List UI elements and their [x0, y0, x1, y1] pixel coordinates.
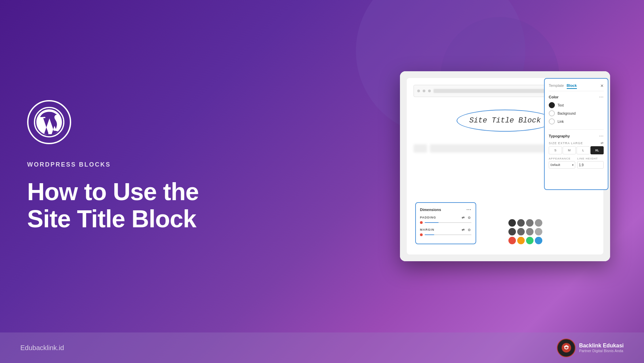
size-btn-xl[interactable]: XL — [590, 146, 604, 154]
margin-dot — [420, 233, 423, 236]
site-title-ellipse: Site Title Block — [457, 110, 553, 132]
color-dot-5 — [508, 228, 516, 235]
color-dot-12 — [535, 237, 542, 244]
main-container: WORDPRESS BLOCKS How to Use the Site Tit… — [0, 0, 644, 363]
margin-row: MARGIN ⇄ ⊙ — [420, 227, 471, 236]
tab-block[interactable]: Block — [567, 83, 577, 89]
category-label: WORDPRESS BLOCKS — [27, 161, 224, 168]
color-dot-11 — [526, 237, 534, 244]
appearance-chevron-icon: ▾ — [572, 164, 573, 167]
line-height-label: LINE HEIGHT — [577, 157, 604, 160]
svg-point-1 — [562, 343, 571, 352]
typography-section: Typography ··· SIZE EXTRA LARGE ⇄ S M L — [549, 134, 604, 169]
line-height-value: 1.9 — [579, 163, 584, 167]
padding-slider-fill — [425, 222, 439, 223]
color-three-dots-icon: ··· — [599, 95, 604, 99]
blur-cell-1 — [414, 144, 427, 153]
editor-area: Site Title Block Dimensions — [400, 71, 610, 261]
link-color-swatch — [549, 118, 555, 125]
margin-slider-fill — [425, 234, 434, 235]
color-dot-3 — [526, 219, 534, 227]
screenshot-card: Site Title Block Dimensions — [400, 71, 610, 261]
color-dot-1 — [508, 219, 516, 227]
size-btn-l[interactable]: L — [577, 146, 590, 154]
text-color-label: Text — [558, 103, 564, 107]
size-settings-icon: ⇄ — [601, 141, 604, 145]
appearance-label: APPEARANCE — [549, 157, 575, 160]
dim-title: Dimensions ··· — [420, 207, 471, 212]
tab-group: Template Block — [549, 83, 577, 89]
content-area: WORDPRESS BLOCKS How to Use the Site Tit… — [0, 0, 644, 332]
size-btn-s[interactable]: S — [549, 146, 562, 154]
panel-divider-1 — [549, 129, 604, 130]
site-title-text: Site Title Block — [469, 116, 541, 125]
size-label: SIZE EXTRA LARGE ⇄ — [549, 141, 604, 145]
toolbar-dot-2 — [423, 90, 425, 92]
background-color-swatch — [549, 110, 555, 116]
background-color-option[interactable]: Background — [549, 110, 604, 116]
padding-icons: ⇄ ⊙ — [461, 215, 471, 220]
color-dot-6 — [517, 228, 525, 235]
dim-three-dots-icon: ··· — [466, 207, 471, 212]
toolbar-dot-3 — [428, 90, 431, 92]
color-dot-7 — [526, 228, 534, 235]
backlink-logo: Backlink Edukasi Partner Digital Bisnis … — [557, 339, 624, 357]
footer-bar: Edubacklink.id Backlink Edukasi Partner … — [0, 332, 644, 363]
wordpress-icon — [34, 107, 64, 137]
appearance-select[interactable]: Default ▾ — [549, 161, 575, 169]
toolbar-dot-1 — [417, 90, 420, 92]
backlink-text: Backlink Edukasi Partner Digital Bisnis … — [579, 343, 624, 353]
color-dot-4 — [535, 219, 542, 227]
padding-slider-container — [420, 221, 471, 224]
padding-dot — [420, 221, 423, 224]
wp-logo — [27, 100, 71, 144]
color-dot-9 — [508, 237, 516, 244]
footer-url: Edubacklink.id — [20, 344, 64, 352]
main-title: How to Use the Site Title Block — [27, 178, 224, 232]
backlink-brand-name: Backlink Edukasi — [579, 343, 624, 349]
text-color-swatch — [549, 102, 555, 108]
text-color-option[interactable]: Text — [549, 102, 604, 108]
line-height-col: LINE HEIGHT 1.9 — [577, 157, 604, 169]
padding-row: PADDING ⇄ ⊙ — [420, 215, 471, 224]
padding-label: PADDING ⇄ ⊙ — [420, 215, 471, 220]
margin-icons: ⇄ ⊙ — [461, 227, 471, 232]
backlink-brand-subtitle: Partner Digital Bisnis Anda — [579, 349, 624, 353]
panel-tabs: Template Block ✕ — [549, 83, 604, 91]
block-settings-panel: Template Block ✕ Color ··· — [544, 78, 608, 190]
background-color-label: Background — [558, 112, 576, 115]
color-dots-cluster — [508, 219, 542, 244]
title-line1: How to Use the — [27, 178, 224, 205]
appearance-value: Default — [550, 163, 560, 167]
padding-settings-icon[interactable]: ⇄ — [461, 215, 465, 220]
line-height-input[interactable]: 1.9 — [577, 161, 604, 169]
color-section-title: Color ··· — [549, 95, 604, 99]
size-btn-m[interactable]: M — [563, 146, 576, 154]
color-dot-2 — [517, 219, 525, 227]
close-icon[interactable]: ✕ — [600, 83, 604, 88]
padding-slider[interactable] — [425, 222, 471, 223]
appearance-row: APPEARANCE Default ▾ LINE HEIGHT — [549, 157, 604, 169]
color-dot-10 — [517, 237, 525, 244]
tab-template[interactable]: Template — [549, 83, 564, 89]
margin-settings-icon[interactable]: ⇄ — [461, 227, 465, 232]
right-panel: Site Title Block Dimensions — [224, 71, 617, 261]
typography-section-title: Typography ··· — [549, 134, 604, 138]
padding-link-icon[interactable]: ⊙ — [467, 215, 471, 220]
color-dot-8 — [535, 228, 542, 235]
title-line2: Site Title Block — [27, 206, 224, 232]
margin-link-icon[interactable]: ⊙ — [467, 227, 471, 232]
left-panel: WORDPRESS BLOCKS How to Use the Site Tit… — [27, 100, 224, 232]
margin-label: MARGIN ⇄ ⊙ — [420, 227, 471, 232]
margin-slider-container — [420, 233, 471, 236]
dimensions-panel: Dimensions ··· PADDING ⇄ ⊙ — [415, 202, 476, 244]
appearance-col: APPEARANCE Default ▾ — [549, 157, 575, 169]
backlink-svg-icon — [561, 343, 571, 353]
backlink-icon — [557, 339, 576, 357]
link-color-option[interactable]: Link — [549, 118, 604, 125]
link-color-label: Link — [558, 120, 564, 123]
margin-slider[interactable] — [425, 234, 471, 235]
size-buttons: S M L XL — [549, 146, 604, 154]
typography-three-dots-icon: ··· — [599, 134, 604, 138]
